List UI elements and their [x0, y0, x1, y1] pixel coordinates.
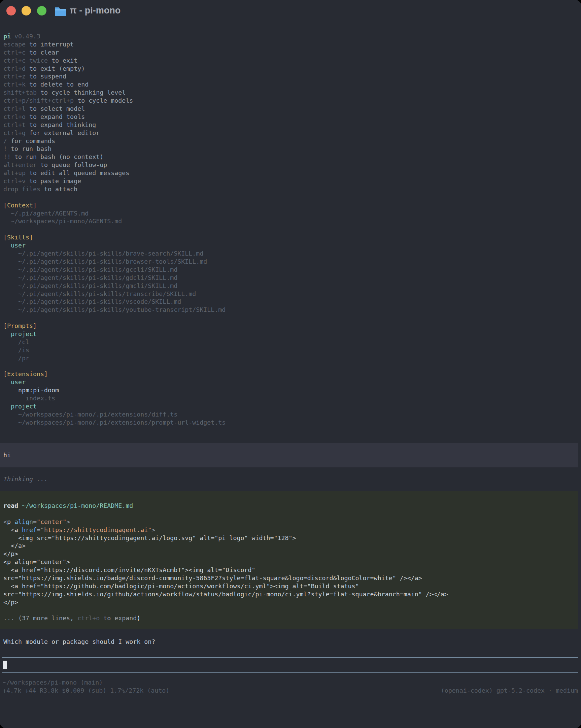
thinking-indicator: Thinking ... [3, 475, 48, 483]
terminal-line: [Skills] [3, 233, 226, 241]
folder-icon [55, 6, 67, 16]
terminal-line: pi v0.49.3 [3, 32, 226, 41]
terminal-line: <a href="https://shittycodingagent.ai"> [3, 526, 448, 534]
terminal-line: </a> [3, 542, 448, 550]
terminal-line: ctrl+g for external editor [3, 129, 226, 137]
terminal-line: project [3, 402, 226, 411]
terminal-line: <p align="center"> [3, 558, 448, 566]
terminal-line: src="https://img.shields.io/badge/discor… [3, 574, 448, 582]
terminal-line: ~/.pi/agent/skills/pi-skills/vscode/SKIL… [3, 298, 226, 306]
terminal-line: </p> [3, 598, 448, 606]
terminal-line: ~/.pi/agent/skills/pi-skills/brave-searc… [3, 250, 226, 258]
terminal-line: user [3, 378, 226, 386]
terminal-window: π - pi-mono pi v0.49.3escape to interrup… [0, 0, 581, 728]
user-message-block: hi [0, 443, 578, 467]
terminal-line: ~/.pi/agent/skills/pi-skills/gdcli/SKILL… [3, 274, 226, 282]
terminal-line [3, 510, 448, 518]
terminal-line: ctrl+k to delete to end [3, 80, 226, 88]
close-button[interactable] [6, 6, 16, 16]
tool-output: read ~/workspaces/pi-mono/README.md <p a… [3, 502, 448, 622]
terminal-line [3, 314, 226, 322]
status-model-info: (openai-codex) gpt-5.2-codex · medium [441, 686, 578, 695]
terminal-line: ~/.pi/agent/skills/pi-skills/gccli/SKILL… [3, 266, 226, 274]
terminal-line: ~/.pi/agent/AGENTS.md [3, 209, 226, 217]
terminal-line: escape to interrupt [3, 41, 226, 49]
terminal-line [3, 606, 448, 615]
terminal-line: / for commands [3, 137, 226, 145]
zoom-button[interactable] [37, 6, 47, 16]
titlebar[interactable]: π - pi-mono [0, 0, 581, 22]
terminal-line: alt+enter to queue follow-up [3, 161, 226, 169]
terminal-line: <a href="https://discord.com/invite/nKXT… [3, 566, 448, 574]
terminal-line: ctrl+o to expand tools [3, 113, 226, 121]
terminal-line: /pr [3, 354, 226, 362]
terminal-line: /cl [3, 338, 226, 346]
status-token-usage: ↑4.7k ↓44 R3.8k $0.009 (sub) 1.7%/272k (… [3, 686, 169, 695]
terminal-line: drop files to attach [3, 185, 226, 193]
terminal-line: !! to run bash (no context) [3, 153, 226, 161]
terminal-line: src="https://img.shields.io/github/actio… [3, 590, 448, 598]
terminal-line [3, 225, 226, 233]
terminal-line: ~/.pi/agent/skills/pi-skills/gmcli/SKILL… [3, 282, 226, 290]
terminal-line: index.ts [3, 394, 226, 402]
terminal-line: /is [3, 346, 226, 354]
terminal-line: user [3, 241, 226, 250]
assistant-question: Which module or package should I work on… [3, 638, 155, 646]
terminal-line [3, 193, 226, 201]
session-info: pi v0.49.3escape to interruptctrl+c to c… [3, 32, 226, 426]
terminal-line: read ~/workspaces/pi-mono/README.md [3, 502, 448, 510]
terminal-line: ctrl+p/shift+ctrl+p to cycle models [3, 97, 226, 105]
terminal-line: [Prompts] [3, 322, 226, 330]
window-title: π - pi-mono [70, 5, 121, 16]
prompt-input[interactable] [0, 658, 578, 672]
terminal-line: ~/.pi/agent/skills/pi-skills/transcribe/… [3, 290, 226, 298]
terminal-line: ~/workspaces/pi-mono/.pi/extensions/prom… [3, 419, 226, 426]
terminal-line: ctrl+c to clear [3, 49, 226, 57]
terminal-line: ~/.pi/agent/skills/pi-skills/youtube-tra… [3, 306, 226, 314]
terminal-line: ctrl+t to expand thinking [3, 121, 226, 129]
terminal-line: [Context] [3, 201, 226, 209]
terminal-line: ... (37 more lines, ctrl+o to expand) [3, 614, 448, 622]
terminal-line: ctrl+l to select model [3, 105, 226, 113]
terminal-line: ~/.pi/agent/skills/pi-skills/browser-too… [3, 258, 226, 266]
terminal-line: ctrl+v to paste image [3, 177, 226, 185]
terminal-line [3, 362, 226, 370]
terminal-line: npm:pi-doom [3, 386, 226, 394]
terminal-line: ctrl+z to suspend [3, 72, 226, 80]
status-cwd-branch: ~/workspaces/pi-mono (main) [3, 678, 103, 686]
text-cursor [3, 661, 7, 669]
terminal-line: ~/workspaces/pi-mono/AGENTS.md [3, 217, 226, 225]
terminal-line: ! to run bash [3, 145, 226, 153]
minimize-button[interactable] [22, 6, 31, 16]
user-message-text: hi [3, 451, 11, 459]
terminal-line: project [3, 330, 226, 338]
terminal-line: [Extensions] [3, 370, 226, 378]
terminal-line: <img src="https://shittycodingagent.ai/l… [3, 534, 448, 542]
terminal-line: alt+up to edit all queued messages [3, 169, 226, 177]
terminal-line: ~/workspaces/pi-mono/.pi/extensions/diff… [3, 411, 226, 419]
terminal-line: </p> [3, 550, 448, 558]
terminal-line: ctrl+c twice to exit [3, 57, 226, 64]
terminal-line: shift+tab to cycle thinking level [3, 88, 226, 97]
terminal-line: ctrl+d to exit (empty) [3, 64, 226, 73]
terminal-line: <p align="center"> [3, 518, 448, 526]
terminal-line: <a href="https://github.com/badlogic/pi-… [3, 582, 448, 590]
input-bottom-border [2, 672, 578, 673]
